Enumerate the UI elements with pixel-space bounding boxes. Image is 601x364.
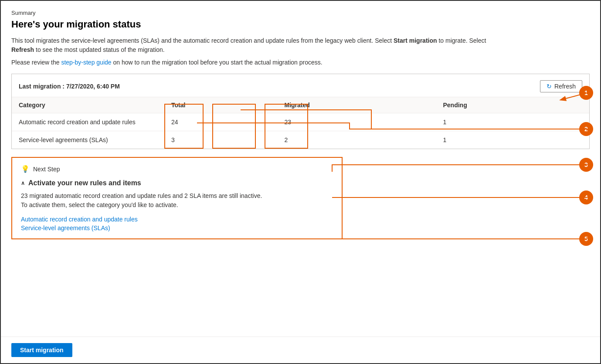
row2-pending: 1 (436, 131, 590, 149)
col-header-total: Total (164, 97, 278, 113)
refresh-icon: ↻ (547, 83, 552, 90)
table-row: Service-level agreements (SLAs) 3 2 1 (12, 131, 589, 149)
activate-title: Activate your new rules and items (28, 179, 141, 187)
next-step-box: 💡 Next Step ∧ Activate your new rules an… (11, 157, 343, 239)
activate-link-sla[interactable]: Service-level agreements (SLAs) (21, 225, 333, 231)
summary-label: Summary (11, 10, 590, 16)
chevron-up-icon: ∧ (21, 180, 25, 186)
row2-category: Service-level agreements (SLAs) (12, 131, 164, 149)
next-step-header: 💡 Next Step (21, 165, 333, 173)
next-step-label: Next Step (33, 166, 60, 173)
activate-link-auto-record[interactable]: Automatic record creation and update rul… (21, 216, 333, 223)
migration-header: Last migration : 7/27/2020, 6:40 PM ↻ Re… (12, 74, 589, 97)
activate-section: ∧ Activate your new rules and items 23 m… (21, 179, 333, 231)
start-migration-button[interactable]: Start migration (11, 343, 72, 357)
footer-bar: Start migration (1, 337, 600, 363)
page-title: Here's your migration status (11, 19, 590, 30)
step-by-step-guide-link[interactable]: step-by-step guide (61, 59, 111, 66)
row1-migrated: 23 (278, 113, 436, 131)
row2-total: 3 (164, 131, 278, 149)
col-header-pending: Pending (436, 97, 590, 113)
refresh-button[interactable]: ↻ Refresh (540, 80, 582, 92)
row1-total: 24 (164, 113, 278, 131)
col-header-migrated: Migrated (278, 97, 436, 113)
row2-migrated: 2 (278, 131, 436, 149)
row1-category: Automatic record creation and update rul… (12, 113, 164, 131)
description-text: This tool migrates the service-level agr… (11, 36, 491, 54)
activate-description: 23 migrated automatic record creation an… (21, 191, 333, 210)
row1-pending: 1 (436, 113, 590, 131)
guide-text: Please review the step-by-step guide on … (11, 59, 590, 66)
col-header-category: Category (12, 97, 164, 113)
migration-status-box: Last migration : 7/27/2020, 6:40 PM ↻ Re… (11, 74, 590, 149)
activate-links: Automatic record creation and update rul… (21, 216, 333, 231)
lightbulb-icon: 💡 (21, 165, 30, 173)
last-migration-text: Last migration : 7/27/2020, 6:40 PM (19, 83, 120, 90)
table-row: Automatic record creation and update rul… (12, 113, 589, 131)
migration-data-table: Category Total Migrated Pending Automati… (12, 97, 589, 149)
